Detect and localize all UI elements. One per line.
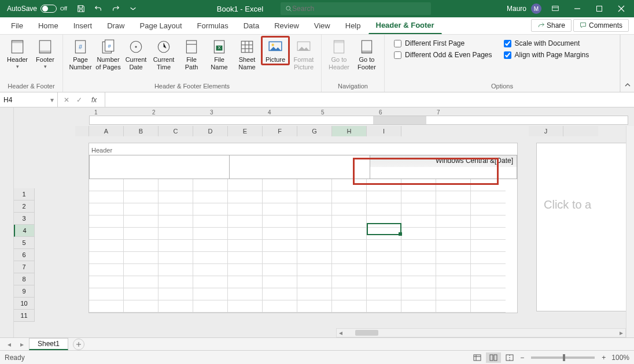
cell[interactable]	[297, 276, 332, 288]
cell[interactable]	[401, 179, 436, 191]
cells-grid[interactable]	[89, 179, 517, 313]
cell[interactable]	[297, 228, 332, 240]
grid-row[interactable]	[89, 288, 517, 300]
add-sheet-button[interactable]	[73, 339, 84, 350]
minimize-button[interactable]	[567, 0, 588, 17]
cell[interactable]	[89, 191, 124, 203]
cell[interactable]	[228, 276, 263, 288]
cell[interactable]	[297, 240, 332, 252]
cell[interactable]	[471, 288, 506, 300]
header-right-cell[interactable]: Windows Central &[Date]	[370, 155, 517, 179]
row-header[interactable]: 9	[14, 285, 35, 298]
search-box[interactable]	[281, 2, 431, 15]
horizontal-ruler[interactable]: 1 2 3 4 5 6 7	[89, 116, 628, 125]
cell[interactable]	[367, 300, 401, 313]
cell[interactable]	[332, 228, 367, 240]
cancel-formula-button[interactable]: ✕	[64, 96, 69, 104]
tab-insert[interactable]: Insert	[66, 17, 100, 34]
col-header[interactable]: F	[263, 126, 297, 136]
header-row[interactable]: Windows Central &[Date]	[89, 155, 517, 179]
cell[interactable]	[367, 203, 401, 216]
cell[interactable]	[89, 203, 124, 216]
cell[interactable]	[471, 300, 506, 313]
page-layout-view-button[interactable]	[486, 352, 501, 363]
align-with-margins-checkbox[interactable]: Align with Page Margins	[504, 51, 589, 59]
normal-view-button[interactable]	[470, 352, 485, 363]
cell[interactable]	[263, 264, 297, 276]
cell[interactable]	[158, 216, 193, 228]
cell[interactable]	[297, 216, 332, 228]
cell[interactable]	[124, 252, 158, 264]
cell[interactable]	[332, 288, 367, 300]
sheet-nav-prev[interactable]: ◂	[3, 340, 15, 348]
cell[interactable]	[124, 288, 158, 300]
row-header[interactable]: 3	[14, 213, 35, 225]
cell[interactable]	[124, 276, 158, 288]
cell[interactable]	[436, 191, 471, 203]
cell[interactable]	[263, 228, 297, 240]
cell[interactable]	[263, 276, 297, 288]
cell[interactable]	[158, 300, 193, 313]
grid-row[interactable]	[89, 203, 517, 216]
sheet-name-button[interactable]: Sheet Name	[233, 36, 261, 71]
col-header[interactable]: D	[193, 126, 228, 136]
cell[interactable]	[401, 264, 436, 276]
cell[interactable]	[436, 264, 471, 276]
cell[interactable]	[367, 264, 401, 276]
cell[interactable]	[436, 179, 471, 191]
number-of-pages-button[interactable]: # Number of Pages	[94, 36, 122, 71]
header-button[interactable]: Header ▾	[3, 36, 31, 70]
share-button[interactable]: Share	[531, 19, 572, 32]
cell[interactable]	[367, 252, 401, 264]
col-header[interactable]: A	[89, 126, 124, 136]
scroll-thumb[interactable]	[355, 330, 378, 336]
page-break-view-button[interactable]	[502, 352, 517, 363]
cell[interactable]	[367, 191, 401, 203]
cell[interactable]	[193, 179, 228, 191]
row-header[interactable]: 11	[14, 310, 35, 322]
cell[interactable]	[193, 276, 228, 288]
cell[interactable]	[471, 191, 506, 203]
cell[interactable]	[89, 240, 124, 252]
cell[interactable]	[158, 276, 193, 288]
enter-formula-button[interactable]: ✓	[76, 96, 82, 104]
tab-file[interactable]: File	[3, 17, 31, 34]
cell[interactable]	[193, 264, 228, 276]
cell[interactable]	[297, 300, 332, 313]
cell[interactable]	[401, 300, 436, 313]
col-header[interactable]: H	[332, 126, 367, 136]
cell[interactable]	[332, 203, 367, 216]
cell[interactable]	[263, 252, 297, 264]
qat-more-button[interactable]	[125, 0, 141, 17]
page-number-button[interactable]: # Page Number	[67, 36, 94, 71]
cell[interactable]	[367, 179, 401, 191]
cell[interactable]	[158, 228, 193, 240]
cell[interactable]	[332, 240, 367, 252]
cell[interactable]	[332, 216, 367, 228]
cell[interactable]	[263, 216, 297, 228]
row-header[interactable]: 6	[14, 249, 35, 261]
redo-button[interactable]	[108, 0, 124, 17]
picture-button[interactable]: Picture	[261, 36, 290, 65]
row-header[interactable]: 8	[14, 273, 35, 285]
name-box[interactable]: H4 ▾	[0, 92, 58, 107]
cell[interactable]	[89, 252, 124, 264]
row-headers[interactable]: 1 2 3 4 5 6 7 8 9 10 11	[14, 188, 35, 322]
file-path-button[interactable]: File Path	[178, 36, 205, 71]
cell[interactable]	[228, 203, 263, 216]
grid-row[interactable]	[89, 252, 517, 264]
cell[interactable]	[228, 300, 263, 313]
cell[interactable]	[228, 288, 263, 300]
col-header[interactable]: B	[124, 126, 158, 136]
scroll-left-icon[interactable]: ◂	[337, 329, 345, 337]
row-header[interactable]: 7	[14, 261, 35, 273]
cell[interactable]	[367, 216, 401, 228]
cell[interactable]	[158, 203, 193, 216]
cell[interactable]	[124, 179, 158, 191]
sheet-tab-active[interactable]: Sheet1	[29, 338, 68, 350]
col-header[interactable]: G	[297, 126, 332, 136]
col-header[interactable]: I	[367, 126, 401, 136]
cell[interactable]	[193, 216, 228, 228]
tab-view[interactable]: View	[307, 17, 338, 34]
cell[interactable]	[124, 240, 158, 252]
